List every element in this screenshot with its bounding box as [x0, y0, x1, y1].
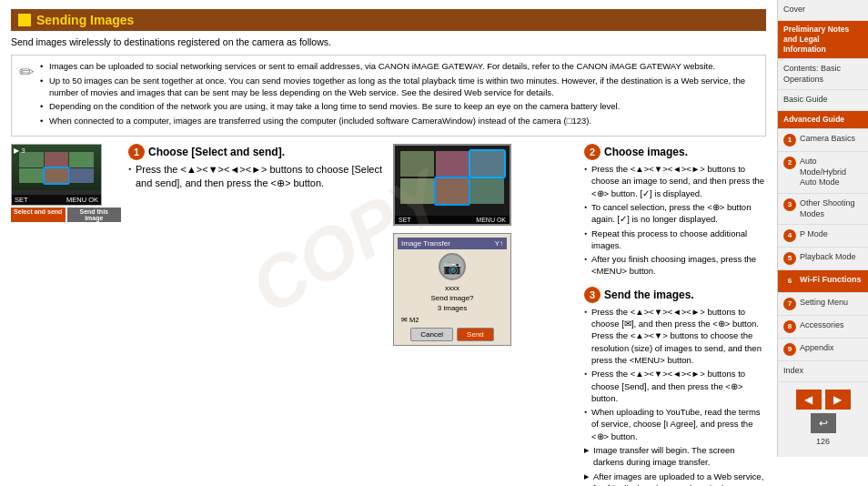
cam-grid — [395, 146, 510, 209]
cam-bar-set: SET — [399, 217, 411, 223]
thumb-label-1: Select and send — [11, 208, 66, 222]
dialog-send-text: Send image? — [398, 294, 507, 302]
sidebar-item-p-mode[interactable]: 4 P Mode — [778, 225, 868, 248]
dialog-title-bar: Image Transfer Y↑ — [398, 238, 507, 249]
dialog-title-text: Image Transfer — [401, 239, 450, 248]
sidebar-num-1: 1 — [783, 134, 796, 147]
thumb-label-2: Send this image — [67, 208, 122, 222]
step3-bullets: Press the <▲><▼><◄><►> buttons to choose… — [584, 306, 766, 442]
camera-grid-preview: SET MENU OK — [393, 144, 511, 226]
step3-title: Send the images. — [604, 289, 694, 301]
sidebar-label-1: Camera Basics — [800, 134, 855, 145]
nav-buttons-row: ◀ ▶ — [796, 390, 851, 410]
thumb-image: ▶ 3 SET MENU O — [11, 144, 102, 206]
sidebar-item-wifi[interactable]: 6 Wi-Fi Functions — [778, 270, 868, 293]
step2-bullets: Press the <▲><▼><◄><►> buttons to choose… — [584, 163, 766, 278]
cam-cell-3 — [470, 151, 504, 177]
cam-bar: SET MENU OK — [395, 216, 510, 224]
step3-bullet-1: Press the <▲><▼><◄><►> buttons to choose… — [584, 306, 766, 366]
sidebar-item-basic-guide[interactable]: Basic Guide — [778, 90, 868, 111]
step1-thumbnail: ▶ 3 SET MENU O — [11, 144, 121, 222]
sidebar-label-5: Playback Mode — [800, 252, 856, 263]
step3-arrow-2: After images are uploaded to a Web servi… — [584, 471, 766, 486]
sidebar-item-other-shooting[interactable]: 3 Other Shooting Modes — [778, 194, 868, 225]
nav-prev-button[interactable]: ◀ — [796, 390, 822, 410]
sidebar-item-setting-menu[interactable]: 7 Setting Menu — [778, 293, 868, 316]
cam-cell-2 — [436, 151, 469, 177]
dialog-cancel-button[interactable]: Cancel — [410, 328, 453, 341]
cam-cell-4 — [400, 178, 434, 204]
sidebar-item-cover[interactable]: Cover — [778, 0, 868, 21]
step3-number: 3 — [584, 287, 601, 303]
sidebar-item-playback[interactable]: 5 Playback Mode — [778, 248, 868, 270]
nav-back-button[interactable]: ↩ — [811, 413, 836, 433]
step2-bullet-2: To cancel selection, press the <⊕> butto… — [584, 201, 766, 226]
sidebar-item-index[interactable]: Index — [778, 361, 868, 382]
sidebar-item-contents[interactable]: Contents: Basic Operations — [778, 59, 868, 90]
thumb-bar-set: SET — [15, 196, 28, 204]
steps-2-3-section: 2 Choose images. Press the <▲><▼><◄><►> … — [584, 144, 766, 486]
note-content: Images can be uploaded to social network… — [40, 61, 758, 130]
page-number: 126 — [816, 437, 830, 450]
step1-bullet-1: Press the <▲><▼><◄><►> buttons to choose… — [128, 163, 384, 191]
steps-container: ▶ 3 SET MENU O — [11, 144, 766, 486]
step1-header: 1 Choose [Select and send]. — [128, 144, 384, 160]
step1-title: Choose [Select and send]. — [148, 146, 285, 158]
cam-cell-6 — [470, 178, 504, 204]
section-title-bar: Sending Images — [11, 9, 766, 31]
note-item-4: When connected to a computer, images are… — [40, 116, 758, 127]
step2-number: 2 — [584, 144, 601, 160]
dialog-camera-icon: 📷 — [439, 253, 466, 280]
step3-bullet-2: Press the <▲><▼><◄><►> buttons to choose… — [584, 368, 766, 404]
section-title: Sending Images — [36, 13, 134, 27]
sidebar-item-camera-basics[interactable]: 1 Camera Basics — [778, 129, 868, 152]
page-subtitle: Send images wirelessly to destinations r… — [11, 36, 766, 47]
step1-section: ▶ 3 SET MENU O — [11, 144, 384, 486]
sidebar-num-9: 9 — [783, 343, 796, 356]
step2-bullet-4: After you finish choosing images, press … — [584, 253, 766, 278]
step2-title: Choose images. — [604, 146, 688, 158]
cam-cell-5 — [436, 178, 469, 204]
thumb-bar-menu: MENU OK — [66, 196, 98, 204]
cam-bar-menu: MENU OK — [476, 217, 506, 223]
dialog-name: xxxx — [398, 284, 507, 292]
sidebar-label-3: Other Shooting Modes — [800, 198, 863, 219]
sidebar-label-7: Setting Menu — [800, 298, 848, 309]
step3-bullet-3: When uploading to YouTube, read the term… — [584, 406, 766, 442]
step2-header: 2 Choose images. — [584, 144, 766, 160]
middle-section: SET MENU OK Image Transfer Y↑ 📷 xxxx Sen… — [393, 144, 575, 486]
sidebar-num-6: 6 — [783, 275, 796, 288]
sidebar-label-8: Accessories — [800, 320, 844, 331]
sidebar-num-2: 2 — [783, 157, 796, 169]
sidebar-num-4: 4 — [783, 229, 796, 242]
sidebar: Cover Preliminary Notes and Legal Inform… — [777, 0, 868, 457]
sidebar-nav: ◀ ▶ ↩ 126 — [778, 382, 868, 457]
sidebar-item-advanced-guide[interactable]: Advanced Guide — [778, 111, 868, 129]
step2-bullet-3: Repeat this process to choose additional… — [584, 228, 766, 252]
sidebar-num-7: 7 — [783, 298, 796, 310]
note-item-2: Up to 50 images can be sent together at … — [40, 76, 758, 99]
step2-bullet-1: Press the <▲><▼><◄><►> buttons to choose… — [584, 163, 766, 199]
step3-header: 3 Send the images. — [584, 287, 766, 303]
step3-section: 3 Send the images. Press the <▲><▼><◄><►… — [584, 287, 766, 486]
note-box: ✏ Images can be uploaded to social netwo… — [11, 55, 766, 137]
sidebar-item-appendix[interactable]: 9 Appendix — [778, 339, 868, 361]
sidebar-label-2: Auto Mode/Hybrid Auto Mode — [800, 157, 863, 188]
note-item-1: Images can be uploaded to social network… — [40, 61, 758, 73]
thumb-bar: SET MENU OK — [12, 195, 101, 205]
nav-next-button[interactable]: ▶ — [825, 390, 851, 410]
title-icon — [18, 14, 31, 26]
step3-arrow-1: Image transfer will begin. The screen da… — [584, 444, 766, 469]
step1-content: 1 Choose [Select and send]. Press the <▲… — [128, 144, 384, 222]
sidebar-item-accessories[interactable]: 8 Accessories — [778, 316, 868, 339]
step1-number: 1 — [128, 144, 145, 160]
sidebar-item-auto-mode[interactable]: 2 Auto Mode/Hybrid Auto Mode — [778, 152, 868, 194]
step3-arrows: Image transfer will begin. The screen da… — [584, 444, 766, 486]
sidebar-item-preliminary[interactable]: Preliminary Notes and Legal Information — [778, 21, 868, 59]
step1-area: ▶ 3 SET MENU O — [11, 144, 384, 222]
sidebar-label-9: Appendix — [800, 343, 834, 354]
step2-section: 2 Choose images. Press the <▲><▼><◄><►> … — [584, 144, 766, 278]
note-item-3: Depending on the condition of the networ… — [40, 101, 758, 113]
sidebar-num-5: 5 — [783, 252, 796, 265]
dialog-send-button[interactable]: Send — [457, 328, 494, 341]
